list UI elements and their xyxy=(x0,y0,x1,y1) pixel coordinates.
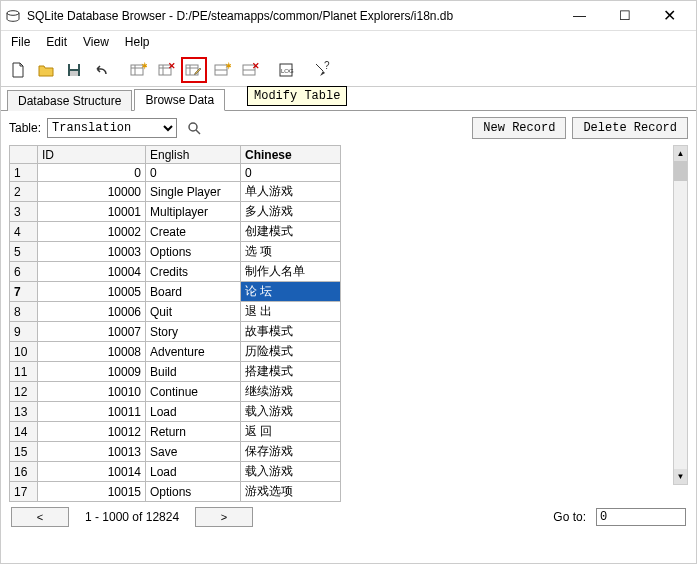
table-row[interactable]: 710005Board论 坛 xyxy=(10,282,341,302)
grid-scrollbar[interactable]: ▲ ▼ xyxy=(673,145,688,485)
minimize-button[interactable]: — xyxy=(557,2,602,30)
open-file-button[interactable] xyxy=(33,57,59,83)
table-row[interactable]: 1210010Continue继续游戏 xyxy=(10,382,341,402)
cell-english[interactable]: Story xyxy=(146,322,241,342)
undo-button[interactable] xyxy=(89,57,115,83)
create-index-button[interactable]: ✶ xyxy=(209,57,235,83)
cell-chinese[interactable]: 多人游戏 xyxy=(241,202,341,222)
close-button[interactable]: ✕ xyxy=(647,2,692,30)
new-record-button[interactable]: New Record xyxy=(472,117,566,139)
cell-id[interactable]: 10014 xyxy=(38,462,146,482)
cell-chinese[interactable]: 故事模式 xyxy=(241,322,341,342)
row-header[interactable]: 10 xyxy=(10,342,38,362)
row-header[interactable]: 11 xyxy=(10,362,38,382)
table-row[interactable]: 1610014Load载入游戏 xyxy=(10,462,341,482)
row-header[interactable]: 3 xyxy=(10,202,38,222)
menu-edit[interactable]: Edit xyxy=(38,33,75,51)
tab-browse-data[interactable]: Browse Data xyxy=(134,89,225,111)
cell-english[interactable]: Create xyxy=(146,222,241,242)
cell-chinese[interactable]: 保存游戏 xyxy=(241,442,341,462)
cell-chinese[interactable]: 历险模式 xyxy=(241,342,341,362)
row-header[interactable]: 14 xyxy=(10,422,38,442)
data-grid[interactable]: ID English Chinese 1000210000Single Play… xyxy=(9,145,341,502)
cell-english[interactable]: Load xyxy=(146,462,241,482)
table-row[interactable]: 1710015Options游戏选项 xyxy=(10,482,341,502)
cell-chinese[interactable]: 论 坛 xyxy=(241,282,341,302)
col-rowhead[interactable] xyxy=(10,146,38,164)
delete-index-button[interactable]: ✕ xyxy=(237,57,263,83)
row-header[interactable]: 13 xyxy=(10,402,38,422)
table-row[interactable]: 410002Create创建模式 xyxy=(10,222,341,242)
table-row[interactable]: 1510013Save保存游戏 xyxy=(10,442,341,462)
row-header[interactable]: 6 xyxy=(10,262,38,282)
delete-table-button[interactable]: ✕ xyxy=(153,57,179,83)
modify-table-button[interactable] xyxy=(181,57,207,83)
cell-chinese[interactable]: 搭建模式 xyxy=(241,362,341,382)
cell-id[interactable]: 10006 xyxy=(38,302,146,322)
cell-chinese[interactable]: 游戏选项 xyxy=(241,482,341,502)
col-id[interactable]: ID xyxy=(38,146,146,164)
row-header[interactable]: 17 xyxy=(10,482,38,502)
cell-chinese[interactable]: 创建模式 xyxy=(241,222,341,242)
help-button[interactable]: ? xyxy=(309,57,335,83)
cell-id[interactable]: 10001 xyxy=(38,202,146,222)
cell-id[interactable]: 10012 xyxy=(38,422,146,442)
row-header[interactable]: 4 xyxy=(10,222,38,242)
row-header[interactable]: 15 xyxy=(10,442,38,462)
maximize-button[interactable]: ☐ xyxy=(602,2,647,30)
cell-chinese[interactable]: 继续游戏 xyxy=(241,382,341,402)
table-row[interactable]: 510003Options选 项 xyxy=(10,242,341,262)
prev-page-button[interactable]: < xyxy=(11,507,69,527)
row-header[interactable]: 8 xyxy=(10,302,38,322)
col-chinese[interactable]: Chinese xyxy=(241,146,341,164)
table-row[interactable]: 1010008Adventure历险模式 xyxy=(10,342,341,362)
delete-record-button[interactable]: Delete Record xyxy=(572,117,688,139)
cell-english[interactable]: Load xyxy=(146,402,241,422)
row-header[interactable]: 12 xyxy=(10,382,38,402)
row-header[interactable]: 1 xyxy=(10,164,38,182)
row-header[interactable]: 16 xyxy=(10,462,38,482)
new-file-button[interactable] xyxy=(5,57,31,83)
table-row[interactable]: 310001Multiplayer多人游戏 xyxy=(10,202,341,222)
cell-chinese[interactable]: 选 项 xyxy=(241,242,341,262)
cell-id[interactable]: 10010 xyxy=(38,382,146,402)
table-row[interactable]: 1110009Build搭建模式 xyxy=(10,362,341,382)
cell-english[interactable]: Continue xyxy=(146,382,241,402)
row-header[interactable]: 5 xyxy=(10,242,38,262)
table-row[interactable]: 610004Credits制作人名单 xyxy=(10,262,341,282)
goto-input[interactable] xyxy=(596,508,686,526)
cell-chinese[interactable]: 单人游戏 xyxy=(241,182,341,202)
cell-english[interactable]: Save xyxy=(146,442,241,462)
cell-english[interactable]: Build xyxy=(146,362,241,382)
cell-english[interactable]: Options xyxy=(146,482,241,502)
table-row[interactable]: 1000 xyxy=(10,164,341,182)
cell-english[interactable]: Single Player xyxy=(146,182,241,202)
menu-file[interactable]: File xyxy=(3,33,38,51)
cell-id[interactable]: 10002 xyxy=(38,222,146,242)
cell-id[interactable]: 0 xyxy=(38,164,146,182)
cell-english[interactable]: Board xyxy=(146,282,241,302)
cell-chinese[interactable]: 载入游戏 xyxy=(241,402,341,422)
scroll-thumb[interactable] xyxy=(674,161,687,181)
cell-id[interactable]: 10011 xyxy=(38,402,146,422)
cell-chinese[interactable]: 0 xyxy=(241,164,341,182)
cell-id[interactable]: 10005 xyxy=(38,282,146,302)
cell-id[interactable]: 10003 xyxy=(38,242,146,262)
save-button[interactable] xyxy=(61,57,87,83)
create-table-button[interactable]: ✶ xyxy=(125,57,151,83)
tab-database-structure[interactable]: Database Structure xyxy=(7,90,132,111)
cell-chinese[interactable]: 返 回 xyxy=(241,422,341,442)
table-select[interactable]: Translation xyxy=(47,118,177,138)
cell-chinese[interactable]: 载入游戏 xyxy=(241,462,341,482)
col-english[interactable]: English xyxy=(146,146,241,164)
cell-english[interactable]: Options xyxy=(146,242,241,262)
cell-chinese[interactable]: 制作人名单 xyxy=(241,262,341,282)
scroll-up-icon[interactable]: ▲ xyxy=(674,146,687,161)
cell-id[interactable]: 10007 xyxy=(38,322,146,342)
cell-chinese[interactable]: 退 出 xyxy=(241,302,341,322)
next-page-button[interactable]: > xyxy=(195,507,253,527)
cell-english[interactable]: Multiplayer xyxy=(146,202,241,222)
cell-id[interactable]: 10015 xyxy=(38,482,146,502)
cell-english[interactable]: Adventure xyxy=(146,342,241,362)
cell-id[interactable]: 10008 xyxy=(38,342,146,362)
